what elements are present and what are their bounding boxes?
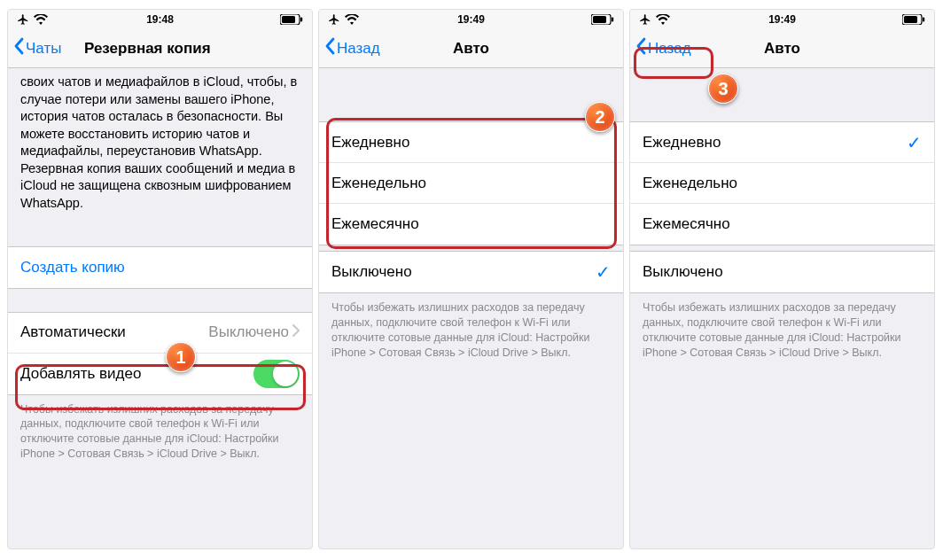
option-off[interactable]: Выключено: [630, 252, 934, 292]
status-bar: 19:48: [8, 10, 312, 29]
status-bar: 19:49: [630, 10, 934, 29]
checkmark-icon: ✓: [907, 132, 922, 153]
option-off[interactable]: Выключено ✓: [319, 252, 623, 292]
auto-backup-row[interactable]: Автоматически Выключено: [8, 313, 312, 354]
option-label: Еженедельно: [643, 175, 737, 192]
option-monthly[interactable]: Ежемесячно: [630, 204, 934, 245]
back-button[interactable]: Назад: [635, 37, 691, 59]
option-label: Выключено: [331, 263, 412, 281]
footer-note: Чтобы избежать излишних расходов за пере…: [8, 395, 312, 475]
option-daily[interactable]: Ежедневно ✓: [630, 122, 934, 163]
option-label: Ежемесячно: [331, 215, 419, 233]
option-label: Ежедневно: [331, 134, 409, 152]
content-area: Ежедневно ✓ Еженедельно Ежемесячно Выклю…: [630, 68, 934, 548]
content-area: своих чатов и медиафайлов в iCloud, чтоб…: [8, 68, 312, 548]
step-badge-2: 2: [585, 102, 615, 132]
checkmark-icon: ✓: [596, 261, 611, 283]
phone-screen-1: 19:48 Чаты Резервная копия своих чатов и…: [7, 9, 313, 549]
nav-bar: Чаты Резервная копия: [8, 29, 312, 68]
back-button[interactable]: Назад: [324, 37, 380, 59]
step-badge-1: 1: [166, 342, 196, 372]
status-bar: 19:49: [319, 10, 623, 29]
nav-bar: Назад Авто: [319, 29, 623, 68]
chevron-left-icon: [324, 37, 335, 59]
back-label: Назад: [648, 40, 691, 58]
footer-note: Чтобы избежать излишних расходов за пере…: [319, 293, 623, 373]
nav-title: Резервная копия: [84, 40, 312, 58]
option-label: Ежедневно: [643, 134, 721, 152]
nav-bar: Назад Авто: [630, 29, 934, 68]
backup-description: своих чатов и медиафайлов в iCloud, чтоб…: [8, 68, 312, 223]
auto-backup-value: Выключено: [208, 323, 289, 341]
footer-note: Чтобы избежать излишних расходов за пере…: [630, 293, 934, 373]
chevron-left-icon: [635, 37, 646, 59]
include-videos-row[interactable]: Добавлять видео: [8, 354, 312, 394]
option-label: Выключено: [643, 263, 723, 281]
status-time: 19:48: [8, 13, 312, 26]
include-videos-label: Добавлять видео: [20, 365, 141, 383]
option-label: Ежемесячно: [643, 215, 730, 233]
create-backup-label: Создать копию: [20, 259, 125, 276]
back-label: Назад: [337, 40, 380, 58]
auto-backup-label: Автоматически: [20, 323, 126, 341]
option-daily[interactable]: Ежедневно: [319, 122, 623, 163]
step-badge-3: 3: [708, 74, 738, 104]
content-area: Ежедневно Еженедельно Ежемесячно Выключе…: [319, 68, 623, 548]
option-weekly[interactable]: Еженедельно: [319, 163, 623, 204]
back-label: Чаты: [26, 40, 61, 58]
chevron-left-icon: [13, 37, 24, 59]
back-button[interactable]: Чаты: [13, 37, 61, 59]
phone-screen-2: 19:49 Назад Авто Ежедневно Еженедельно Е…: [318, 9, 624, 549]
chevron-right-icon: [292, 323, 300, 341]
phone-screen-3: 19:49 Назад Авто Ежедневно ✓ Еженедельно: [629, 9, 935, 549]
option-label: Еженедельно: [331, 175, 426, 192]
include-videos-toggle[interactable]: [253, 360, 300, 388]
status-time: 19:49: [630, 13, 934, 26]
create-backup-button[interactable]: Создать копию: [8, 247, 312, 288]
option-monthly[interactable]: Ежемесячно: [319, 204, 623, 245]
status-time: 19:49: [319, 13, 623, 26]
option-weekly[interactable]: Еженедельно: [630, 163, 934, 204]
